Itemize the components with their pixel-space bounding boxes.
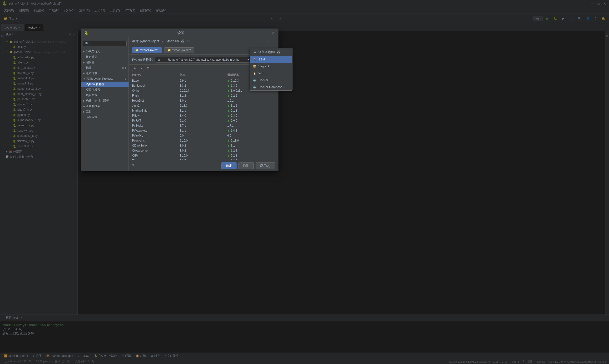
table-row[interactable]: QtAwesome1.0.2▲1.2.1 bbox=[129, 148, 278, 153]
nav-lang[interactable]: ▶ 语言和框架 bbox=[81, 104, 129, 109]
nav-arrow-editor: ▶ bbox=[83, 61, 85, 64]
project1-tab-icon: 📁 bbox=[135, 49, 139, 52]
table-row[interactable]: MarkupSafe1.1.1▲2.1.1 bbox=[129, 108, 278, 113]
table-row[interactable]: Flask1.1.2▲2.2.2 bbox=[129, 93, 278, 98]
nav-python-interpreter[interactable]: Python 解释器 bbox=[81, 82, 129, 87]
interp-value: Remote Python 3.9.7 (/home/liuziyi/anaco… bbox=[168, 58, 239, 61]
project2-tab-label: pythonProject2 bbox=[172, 49, 191, 52]
apply-btn[interactable]: 应用(A) bbox=[256, 162, 275, 169]
dialog-title-bar: 🐍 设置 ✕ bbox=[81, 29, 278, 37]
settings-search-input[interactable] bbox=[83, 41, 127, 46]
table-row[interactable]: PyYAML6.06.0 bbox=[129, 133, 278, 138]
breadcrumb-separator: › bbox=[162, 39, 163, 43]
dialog-close-btn[interactable]: ✕ bbox=[272, 31, 275, 35]
nav-arrow-lang: ▶ bbox=[83, 105, 85, 107]
header-name: 软件包 bbox=[132, 73, 180, 77]
table-row[interactable]: PyWavelets1.1.1▲1.4.1 bbox=[129, 128, 278, 133]
dialog-nav-forward[interactable]: → bbox=[272, 39, 275, 43]
breadcrumb-project: 项目: pythonProject1 bbox=[132, 39, 161, 43]
package-settings-btn[interactable]: ⚙ bbox=[146, 66, 151, 71]
breadcrumb-page: Python 解释器 bbox=[164, 39, 184, 43]
nav-keymap[interactable]: 按键映射 bbox=[81, 54, 129, 60]
nav-tools[interactable]: ▶ 工具 bbox=[81, 109, 129, 115]
docker-icon: 🐳 bbox=[253, 78, 257, 82]
dialog-breadcrumb: 项目: pythonProject1 › Python 解释器 ⚙ ← → bbox=[129, 37, 278, 45]
add-interpreter-dropdown: 🖥 添加本地解释器... 🔌 SSH... 📦 Vagrant... 🐧 WSL… bbox=[250, 48, 292, 91]
remove-package-btn[interactable]: - bbox=[139, 66, 144, 71]
nav-plugins[interactable]: 插件⚙ ⬇ bbox=[81, 65, 129, 71]
interp-icon: 🖥 bbox=[157, 58, 160, 61]
table-row[interactable]: Pillow8.4.0▲9.3.0 bbox=[129, 113, 278, 118]
nav-arrow-tools: ▶ bbox=[83, 110, 85, 113]
interp-dropdown-arrow: ▾ bbox=[248, 58, 249, 61]
breadcrumb-settings-icon: ⚙ bbox=[187, 39, 190, 43]
dialog-title-text: 设置 bbox=[178, 31, 184, 35]
dropdown-item-vagrant[interactable]: 📦 Vagrant... bbox=[250, 63, 292, 70]
interpreter-label: Python 解释器: bbox=[132, 58, 153, 62]
nav-arrow-build: ▶ bbox=[83, 99, 85, 102]
table-row[interactable]: Pygments2.10.0▲2.13.0 bbox=[129, 138, 278, 143]
table-row[interactable]: QDarkStyle3.0.2▲3.1 bbox=[129, 143, 278, 148]
table-row[interactable]: PyJWT2.1.0▲2.6.0 bbox=[129, 118, 278, 123]
dialog-nav: ▶ 外观与行为 按键映射 ▶ 编辑器 插件⚙ ⬇ ▶ 版本控制 ▼ 项目: py… bbox=[81, 37, 129, 171]
project1-tab[interactable]: 📁 pythonProject1 bbox=[132, 47, 162, 53]
project1-tab-label: pythonProject1 bbox=[140, 49, 159, 52]
table-row[interactable]: HeapDict1.0.11.0.1 bbox=[129, 98, 278, 103]
nav-project-deps[interactable]: 项目依赖项 bbox=[81, 87, 129, 92]
wsl-icon: 🐧 bbox=[253, 71, 257, 75]
ssh-icon: 🔌 bbox=[253, 58, 257, 61]
header-version: 版本 bbox=[180, 73, 227, 77]
table-row[interactable]: Rtree0.9.7▲1.0.1 bbox=[129, 158, 278, 160]
table-row[interactable]: QtPy1.10.0▲2.2.1 bbox=[129, 153, 278, 158]
vagrant-icon: 📦 bbox=[253, 65, 257, 68]
table-row[interactable]: PySocks1.7.11.7.1 bbox=[129, 123, 278, 128]
settings-dialog: 🐍 设置 ✕ ▶ 外观与行为 按键映射 ▶ 编辑器 插件⚙ ⬇ ▶ 版本控制 bbox=[81, 28, 278, 171]
dialog-nav-back[interactable]: ← bbox=[267, 39, 270, 43]
interpreter-select[interactable]: 🖥 Remote Python 3.9.7 (/home/liuziyi/ana… bbox=[155, 57, 251, 63]
nav-editor[interactable]: ▶ 编辑器 bbox=[81, 60, 129, 65]
table-row[interactable]: Jinja22.11.3▲3.1.2 bbox=[129, 103, 278, 108]
dialog-body: ▶ 外观与行为 按键映射 ▶ 编辑器 插件⚙ ⬇ ▶ 版本控制 ▼ 项目: py… bbox=[81, 37, 278, 171]
project2-tab-icon: 📁 bbox=[167, 49, 171, 52]
add-package-btn[interactable]: + bbox=[132, 66, 137, 71]
nav-arrow-project: ▼ bbox=[83, 78, 85, 80]
dialog-footer: ? 确定 取消 应用(A) bbox=[129, 160, 278, 171]
nav-build[interactable]: ▶ 构建、执行、部署 bbox=[81, 98, 129, 104]
docker-compose-icon: 🐳 bbox=[253, 85, 257, 89]
nav-arrow-appearance: ▶ bbox=[83, 50, 85, 53]
nav-project[interactable]: ▼ 项目: pythonProject1 ⚙ bbox=[81, 76, 129, 82]
cancel-btn[interactable]: 取消 bbox=[238, 162, 254, 169]
dropdown-item-local[interactable]: 🖥 添加本地解释器... bbox=[250, 48, 292, 56]
dropdown-item-wsl[interactable]: 🐧 WSL... bbox=[250, 70, 292, 77]
project2-tab[interactable]: 📁 pythonProject2 bbox=[164, 47, 194, 53]
help-btn[interactable]: ? bbox=[132, 164, 134, 168]
nav-project-structure[interactable]: 项目结构 bbox=[81, 92, 129, 98]
dropdown-item-docker-compose[interactable]: 🐳 Docker Compose... bbox=[250, 83, 292, 91]
local-icon: 🖥 bbox=[253, 51, 257, 54]
dialog-title-icon: 🐍 bbox=[84, 31, 88, 35]
dropdown-item-ssh[interactable]: 🔌 SSH... bbox=[250, 56, 292, 63]
dropdown-item-docker[interactable]: 🐳 Docker... bbox=[250, 77, 292, 83]
nav-vcs[interactable]: ▶ 版本控制 bbox=[81, 71, 129, 76]
nav-advanced[interactable]: 高级设置 bbox=[81, 115, 129, 120]
nav-arrow-vcs: ▶ bbox=[83, 72, 85, 75]
nav-appearance[interactable]: ▶ 外观与行为 bbox=[81, 49, 129, 54]
ok-btn[interactable]: 确定 bbox=[221, 162, 237, 169]
